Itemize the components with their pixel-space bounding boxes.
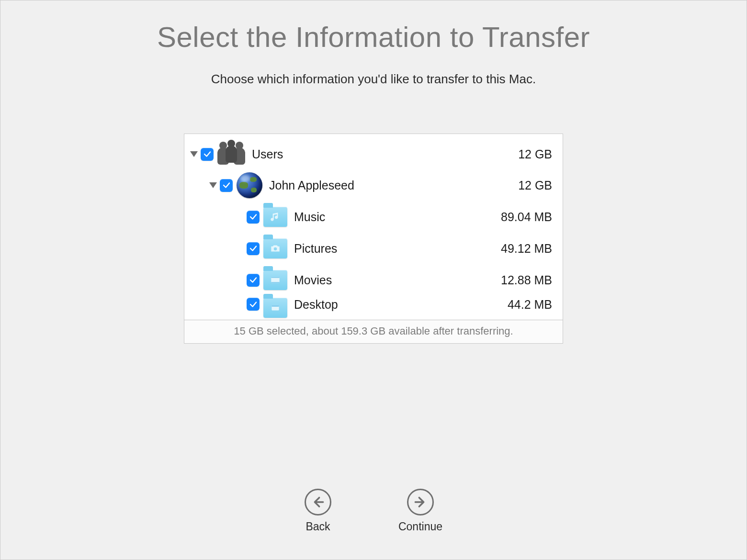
- folder-pictures-icon: [263, 238, 287, 258]
- back-button[interactable]: Back: [305, 489, 331, 533]
- arrow-right-icon: [407, 489, 434, 515]
- page-subtitle: Choose which information you'd like to t…: [211, 72, 536, 87]
- transfer-panel: Users 12 GB John Appleseed 12 GB: [184, 134, 563, 344]
- checkmark-icon: [222, 181, 231, 190]
- arrow-left-icon: [305, 489, 331, 515]
- checkbox-movies[interactable]: [247, 274, 260, 287]
- tree-row-desktop[interactable]: Desktop 44.2 MB: [190, 296, 554, 318]
- row-label: Pictures: [294, 242, 337, 256]
- tree-row-movies[interactable]: Movies 12.88 MB: [190, 264, 554, 296]
- row-label: Users: [252, 147, 283, 161]
- disclosure-icon[interactable]: [209, 182, 217, 188]
- row-size: 89.04 MB: [501, 210, 554, 224]
- svg-rect-2: [271, 282, 279, 283]
- row-label: John Appleseed: [269, 179, 354, 192]
- row-label: Movies: [294, 273, 332, 287]
- tree-row-user[interactable]: John Appleseed 12 GB: [190, 169, 554, 201]
- checkmark-icon: [249, 244, 258, 253]
- tree-row-users[interactable]: Users 12 GB: [190, 139, 554, 169]
- transfer-tree: Users 12 GB John Appleseed 12 GB: [184, 134, 563, 320]
- row-size: 12 GB: [518, 179, 554, 192]
- svg-rect-4: [272, 305, 279, 307]
- checkbox-music[interactable]: [247, 211, 260, 224]
- row-label: Desktop: [294, 298, 338, 312]
- nav-buttons: Back Continue: [0, 489, 747, 533]
- row-label: Music: [294, 210, 325, 224]
- globe-icon: [237, 172, 262, 198]
- checkmark-icon: [249, 300, 258, 309]
- tree-row-pictures[interactable]: Pictures 49.12 MB: [190, 233, 554, 264]
- checkmark-icon: [249, 276, 258, 284]
- checkmark-icon: [203, 150, 212, 158]
- folder-movies-icon: [263, 270, 287, 290]
- checkbox-desktop[interactable]: [247, 298, 260, 311]
- checkbox-pictures[interactable]: [247, 242, 260, 255]
- disclosure-icon[interactable]: [190, 151, 198, 157]
- row-size: 12.88 MB: [501, 273, 554, 287]
- checkmark-icon: [249, 213, 258, 221]
- row-size: 49.12 MB: [501, 242, 554, 256]
- continue-label: Continue: [398, 520, 442, 533]
- checkbox-users[interactable]: [201, 148, 214, 161]
- tree-row-music[interactable]: Music 89.04 MB: [190, 201, 554, 233]
- continue-button[interactable]: Continue: [398, 489, 442, 533]
- page-title: Select the Information to Transfer: [157, 21, 590, 54]
- row-size: 12 GB: [518, 147, 554, 161]
- folder-music-icon: [263, 207, 287, 227]
- checkbox-user[interactable]: [220, 179, 233, 192]
- back-label: Back: [306, 520, 330, 533]
- folder-desktop-icon: [263, 298, 287, 318]
- row-size: 44.2 MB: [508, 298, 554, 312]
- selection-summary: 15 GB selected, about 159.3 GB available…: [184, 320, 563, 343]
- users-icon: [217, 143, 245, 166]
- svg-rect-1: [271, 277, 279, 278]
